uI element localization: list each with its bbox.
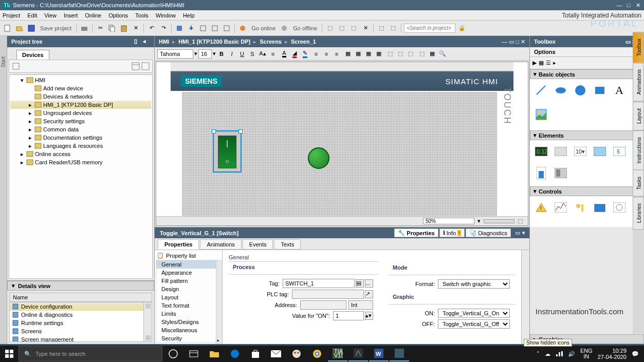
details-view-header[interactable]: ▾ Details view xyxy=(7,281,154,291)
spinner-icon[interactable]: ▴▾ xyxy=(365,312,373,320)
tool-icon-5[interactable]: ⬚ xyxy=(376,23,387,33)
address-input[interactable] xyxy=(300,300,346,310)
word-task-icon[interactable]: W xyxy=(369,346,389,361)
tree-node[interactable]: ▸Ungrouped devices xyxy=(10,109,151,117)
ellipse-tool-icon[interactable] xyxy=(554,83,568,98)
search-project-input[interactable] xyxy=(404,24,455,33)
font-grow-icon[interactable]: A▴ xyxy=(258,49,267,59)
details-item[interactable]: Runtime settings xyxy=(10,319,143,327)
italic-icon[interactable]: I xyxy=(227,49,236,59)
panel-collapse-icon[interactable]: ▾ xyxy=(522,230,525,236)
menu-view[interactable]: View xyxy=(44,12,57,18)
ungroup-icon[interactable]: ▦ xyxy=(354,49,363,59)
user-view-tool-icon[interactable] xyxy=(573,200,587,215)
tool-icon-1[interactable]: ⬚ xyxy=(325,23,335,33)
upload-icon[interactable] xyxy=(198,23,208,33)
collapse-icon[interactable]: ▯ xyxy=(134,38,141,45)
property-list-item[interactable]: General xyxy=(156,260,220,269)
property-list-item[interactable]: Appearance xyxy=(156,269,220,277)
details-item[interactable]: Device configuration xyxy=(10,302,143,311)
download-icon[interactable] xyxy=(186,23,196,33)
menu-project[interactable]: Project xyxy=(3,12,20,18)
tray-expand-icon[interactable]: ˄ xyxy=(537,351,540,357)
controls-header[interactable]: ▾Controls xyxy=(530,186,644,196)
expand-icon[interactable]: ▸ xyxy=(28,143,33,149)
edge-icon[interactable] xyxy=(225,346,245,361)
group-icon[interactable]: ▦ xyxy=(343,49,353,59)
tree-node[interactable]: ▾HMI xyxy=(10,76,151,84)
grid-tool-icon[interactable]: ▦ xyxy=(539,60,544,66)
tree-area[interactable]: ▾HMIAdd new deviceDevices & networks▸HMI… xyxy=(9,74,153,279)
tag-more-icon[interactable]: ... xyxy=(365,279,373,288)
sidetab-libraries[interactable]: Libraries xyxy=(633,197,644,230)
onedrive-icon[interactable]: ☁ xyxy=(545,351,550,357)
tree-view-icon-2[interactable] xyxy=(141,62,150,70)
tool-icon-6[interactable]: ⬚ xyxy=(388,23,398,33)
mail-icon[interactable] xyxy=(266,346,286,361)
taskbar-search[interactable]: 🔍 Type here to search xyxy=(19,346,162,361)
tree-tool-icon[interactable] xyxy=(12,62,20,70)
menu-options[interactable]: Options xyxy=(108,12,128,18)
datetime-tool-icon[interactable]: 5 xyxy=(612,144,627,159)
trend-view-tool-icon[interactable] xyxy=(554,200,568,215)
cursor-tool-icon[interactable]: ▶ xyxy=(532,60,537,66)
on-graphic-select[interactable]: Toggle_Vertical_G_On_256 xyxy=(438,309,510,318)
paint-icon[interactable] xyxy=(287,346,306,361)
led-circle-object[interactable] xyxy=(308,147,329,169)
toolbox-layout-icon[interactable]: ▭ xyxy=(625,39,631,45)
expand-icon[interactable]: ▸ xyxy=(28,118,33,125)
menu-window[interactable]: Window xyxy=(156,12,176,18)
print-icon[interactable] xyxy=(79,23,89,33)
expand-icon[interactable]: ▸ xyxy=(28,102,33,108)
editor-close-icon[interactable]: ✕ xyxy=(521,39,525,45)
proplist-scrollbar[interactable]: ▾ xyxy=(216,260,222,344)
zoom-fit-icon[interactable]: 🔍 xyxy=(438,49,447,59)
font-size-select[interactable] xyxy=(198,49,212,59)
plctag-input[interactable] xyxy=(292,290,364,299)
subtab-animations[interactable]: Animations xyxy=(200,239,241,250)
devices-tab[interactable]: Devices xyxy=(16,50,49,60)
cut-icon[interactable]: ✂ xyxy=(95,23,105,33)
align-tools-icon[interactable]: ⬚ xyxy=(396,49,405,59)
design-grid[interactable]: | ○ xyxy=(182,92,497,220)
editor-window-icon[interactable]: ▭ xyxy=(509,39,514,45)
file-explorer-icon[interactable] xyxy=(205,346,224,361)
tag-browse-icon[interactable]: ▤ xyxy=(356,279,364,288)
sidetab-instructions[interactable]: Instructions xyxy=(633,130,644,170)
panel-layout-icon[interactable]: ▭ xyxy=(515,230,520,236)
line-color-icon[interactable]: ✎ xyxy=(300,49,309,59)
tab-diagnostics[interactable]: 🩺Diagnostics xyxy=(466,228,511,237)
start-button[interactable] xyxy=(1,346,17,362)
app2-task-icon[interactable] xyxy=(390,346,409,361)
property-list-item[interactable]: Fill pattern xyxy=(156,277,220,285)
symbolic-iofield-tool-icon[interactable]: 10▾ xyxy=(573,144,587,159)
tree-node[interactable]: ▸Online access xyxy=(10,150,151,158)
details-item[interactable]: Screens xyxy=(10,327,143,335)
format-select[interactable]: Switch with graphic xyxy=(438,279,510,289)
menu-tools[interactable]: Tools xyxy=(135,12,149,18)
font-color-icon[interactable]: A xyxy=(280,49,289,59)
chrome-icon[interactable] xyxy=(307,346,327,361)
tab-info[interactable]: ℹInfo ! xyxy=(439,228,465,237)
tool-icon-4[interactable]: ✕ xyxy=(360,23,371,33)
bring-front-icon[interactable]: ▦ xyxy=(364,49,373,59)
tree-view-icon-1[interactable] xyxy=(132,62,140,70)
delete-icon[interactable]: ✕ xyxy=(131,23,141,33)
details-column-header[interactable]: Name xyxy=(9,293,152,302)
sidetab-tasks[interactable]: Tasks xyxy=(633,170,644,197)
list-tool-icon[interactable]: ☰ xyxy=(546,60,551,66)
close-button[interactable]: ✕ xyxy=(634,2,641,9)
paste-icon[interactable] xyxy=(119,23,129,33)
minimize-button[interactable]: — xyxy=(616,2,623,9)
menu-insert[interactable]: Insert xyxy=(64,12,78,18)
go-offline-icon[interactable] xyxy=(279,23,289,33)
subtab-texts[interactable]: Texts xyxy=(274,239,301,250)
bold-icon[interactable]: B xyxy=(217,49,226,59)
go-offline-label[interactable]: Go offline xyxy=(293,25,317,31)
fill-color-icon[interactable]: ◢ xyxy=(290,49,299,59)
align-right-icon[interactable]: ≡ xyxy=(332,49,341,59)
highlight-icon[interactable]: ⬚ xyxy=(417,49,427,59)
graphic-view-tool-icon[interactable] xyxy=(534,107,548,122)
pin-icon[interactable]: ◂ xyxy=(143,38,150,45)
language-indicator[interactable]: ENGIN xyxy=(580,348,593,359)
